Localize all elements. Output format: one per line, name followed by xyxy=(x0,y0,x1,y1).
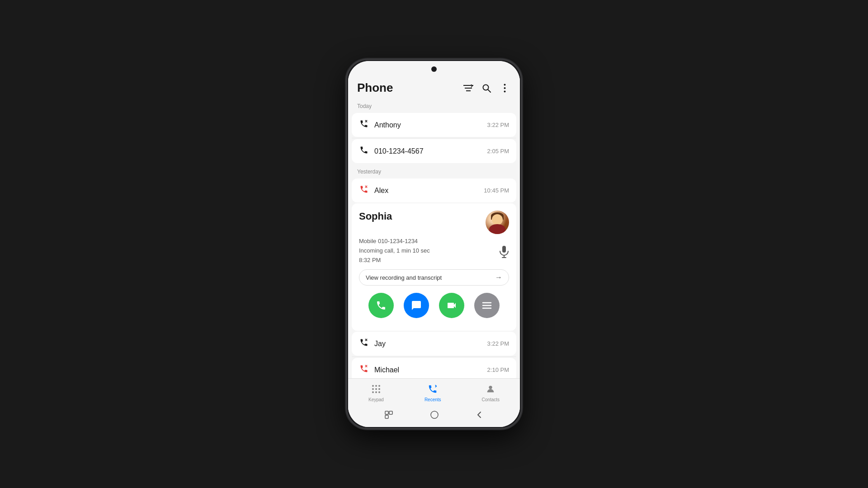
missed-call-icon-michael xyxy=(359,364,369,375)
svg-point-18 xyxy=(375,388,377,390)
nav-recents[interactable]: Recents xyxy=(415,382,450,404)
outgoing-call-icon-jay xyxy=(359,338,369,349)
calls-list: Today Anthony 3:22 PM xyxy=(348,99,520,378)
contact-name-number: 010-1234-4567 xyxy=(374,147,424,155)
svg-rect-25 xyxy=(389,411,392,414)
expanded-contact-details: Mobile 010-1234-1234 Incoming call, 1 mi… xyxy=(359,237,430,265)
contacts-icon xyxy=(486,384,495,396)
recents-label: Recents xyxy=(425,397,441,402)
svg-point-23 xyxy=(489,386,492,389)
keypad-icon xyxy=(371,384,381,396)
call-item-jay[interactable]: Jay 3:22 PM xyxy=(352,332,516,356)
filter-icon[interactable] xyxy=(462,82,475,94)
home-button[interactable] xyxy=(430,410,439,422)
call-left-jay: Jay xyxy=(359,338,386,349)
contacts-label: Contacts xyxy=(482,397,500,402)
call-button[interactable] xyxy=(368,293,394,318)
outgoing-call-icon xyxy=(359,119,369,131)
microphone-icon xyxy=(499,245,509,260)
call-time-sophia: 8:32 PM xyxy=(359,256,430,265)
svg-point-7 xyxy=(504,90,505,92)
call-time-alex: 10:45 PM xyxy=(484,187,509,194)
bottom-navigation: Keypad Recents xyxy=(348,378,520,407)
contact-name-anthony: Anthony xyxy=(374,121,401,129)
contact-number: Mobile 010-1234-1234 xyxy=(359,237,430,246)
expanded-contact-name: Sophia xyxy=(359,211,392,222)
call-left-alex: Alex xyxy=(359,185,388,196)
app-content: Phone xyxy=(348,77,520,427)
recents-icon xyxy=(428,384,438,396)
system-navigation-bar xyxy=(348,407,520,427)
svg-point-22 xyxy=(378,391,380,393)
call-item-number[interactable]: 010-1234-4567 2:05 PM xyxy=(352,139,516,163)
nav-keypad[interactable]: Keypad xyxy=(359,382,393,404)
svg-point-14 xyxy=(372,385,374,387)
svg-point-20 xyxy=(372,391,374,393)
call-time-number: 2:05 PM xyxy=(487,148,509,155)
missed-call-icon-alex xyxy=(359,185,369,196)
expanded-contact-card[interactable]: Sophia Mobile 010-1234-1234 Incoming cal… xyxy=(352,203,516,331)
more-icon[interactable] xyxy=(498,82,511,94)
svg-point-16 xyxy=(378,385,380,387)
svg-point-17 xyxy=(372,388,374,390)
header-actions xyxy=(462,82,511,94)
expanded-info-row: Mobile 010-1234-1234 Incoming call, 1 mi… xyxy=(359,237,509,265)
call-time-jay: 3:22 PM xyxy=(487,340,509,347)
contact-name-michael: Michael xyxy=(374,366,399,374)
call-left-michael: Michael xyxy=(359,364,399,375)
svg-line-4 xyxy=(488,89,491,92)
nav-contacts[interactable]: Contacts xyxy=(473,382,509,404)
keypad-label: Keypad xyxy=(368,397,384,402)
incoming-call-icon xyxy=(359,145,369,157)
call-item-alex[interactable]: Alex 10:45 PM xyxy=(352,178,516,202)
svg-point-19 xyxy=(378,388,380,390)
svg-point-6 xyxy=(504,87,505,89)
svg-point-27 xyxy=(431,411,438,418)
search-icon[interactable] xyxy=(480,82,493,94)
svg-rect-24 xyxy=(385,411,388,414)
section-yesterday: Yesterday xyxy=(348,164,520,178)
expanded-contact-info: Mobile 010-1234-1234 Incoming call, 1 mi… xyxy=(359,237,509,265)
arrow-right-icon: → xyxy=(495,273,502,282)
call-item-michael[interactable]: Michael 2:10 PM xyxy=(352,358,516,378)
status-bar xyxy=(348,61,520,77)
call-duration-info: Incoming call, 1 min 10 sec xyxy=(359,246,430,256)
details-button[interactable] xyxy=(474,293,500,318)
app-title: Phone xyxy=(357,81,393,95)
app-header: Phone xyxy=(348,77,520,99)
section-today: Today xyxy=(348,99,520,112)
svg-point-15 xyxy=(375,385,377,387)
recents-system-button[interactable] xyxy=(385,411,393,421)
call-item-anthony[interactable]: Anthony 3:22 PM xyxy=(352,113,516,137)
call-time-michael: 2:10 PM xyxy=(487,366,509,373)
contact-name-alex: Alex xyxy=(374,187,388,195)
recording-transcript-button[interactable]: View recording and transcript → xyxy=(359,269,509,286)
call-left: Anthony xyxy=(359,119,401,131)
call-time-anthony: 3:22 PM xyxy=(487,122,509,128)
recording-label: View recording and transcript xyxy=(366,274,442,281)
front-camera xyxy=(431,66,437,72)
phone-screen: Phone xyxy=(348,61,520,427)
video-button[interactable] xyxy=(439,293,464,318)
contact-avatar xyxy=(486,211,509,234)
svg-point-21 xyxy=(375,391,377,393)
expanded-card-header: Sophia xyxy=(359,211,509,234)
svg-rect-8 xyxy=(502,246,506,253)
svg-rect-26 xyxy=(385,415,388,418)
message-button[interactable] xyxy=(404,293,429,318)
phone-frame: Phone xyxy=(346,59,522,429)
call-left-2: 010-1234-4567 xyxy=(359,145,424,157)
svg-point-5 xyxy=(504,84,505,85)
contact-action-buttons xyxy=(359,286,509,324)
contact-name-jay: Jay xyxy=(374,340,386,348)
back-button[interactable] xyxy=(476,410,483,422)
